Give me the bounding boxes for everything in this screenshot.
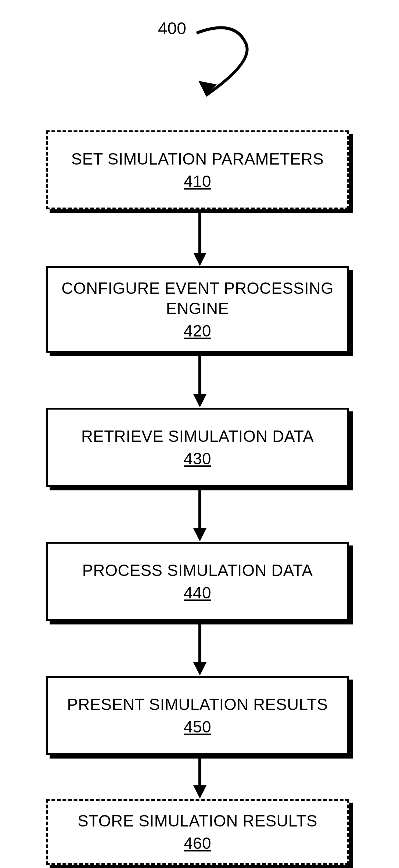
step-number: 410	[184, 171, 211, 191]
arrow-420-430-head	[193, 394, 206, 407]
arrow-430-440-head	[193, 528, 206, 541]
step-title: PRESENT SIMULATION RESULTS	[67, 694, 328, 714]
step-process-simulation-data: PROCESS SIMULATION DATA 440	[46, 542, 349, 621]
step-configure-event-processing-engine: CONFIGURE EVENT PROCESSING ENGINE CONFIG…	[46, 266, 349, 353]
entry-arrow	[191, 22, 287, 118]
arrow-420-430-line	[198, 354, 201, 395]
step-number: 440	[184, 583, 211, 603]
arrow-430-440-line	[198, 489, 201, 529]
step-present-simulation-results: PRESENT SIMULATION RESULTS 450	[46, 676, 349, 755]
step-title: PROCESS SIMULATION DATA	[82, 560, 313, 580]
step-title: CONFIGURE EVENT PROCESSING ENGINE CONFIG…	[61, 278, 334, 318]
step-retrieve-simulation-data: RETRIEVE SIMULATION DATA 430	[46, 408, 349, 487]
flowchart: 400 SET SIMULATION PARAMETERS 410 CONFIG…	[0, 0, 399, 868]
figure-ref-number: 400	[158, 18, 186, 38]
step-set-simulation-parameters: SET SIMULATION PARAMETERS 410	[46, 130, 349, 209]
step-number: 460	[184, 833, 211, 853]
arrow-440-450-line	[198, 623, 201, 663]
step-number: 430	[184, 449, 211, 469]
arrow-410-420-line	[198, 213, 201, 253]
arrow-440-450-head	[193, 662, 206, 676]
arrow-450-460-head	[193, 785, 206, 799]
step-title: STORE SIMULATION RESULTS	[78, 811, 317, 831]
arrow-410-420-head	[193, 253, 206, 266]
step-title: RETRIEVE SIMULATION DATA	[81, 426, 314, 446]
step-number: 420	[184, 321, 211, 341]
step-number: 450	[184, 717, 211, 737]
step-title: SET SIMULATION PARAMETERS	[71, 149, 324, 169]
step-store-simulation-results: STORE SIMULATION RESULTS 460	[46, 799, 349, 865]
arrow-450-460-line	[198, 757, 201, 786]
